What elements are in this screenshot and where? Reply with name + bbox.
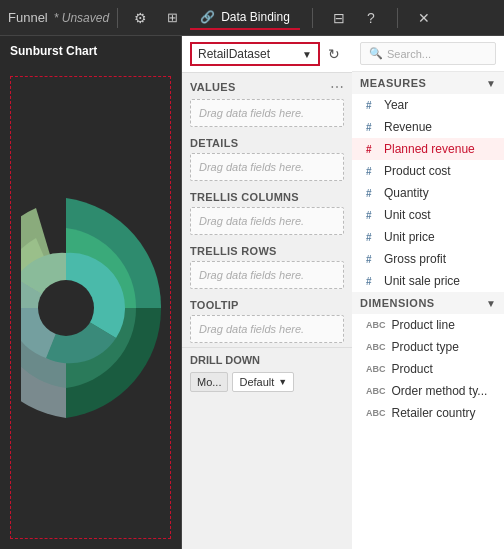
hash-icon: # bbox=[366, 276, 378, 287]
tab-data-binding[interactable]: 🔗 Data Binding bbox=[190, 6, 300, 30]
values-more-icon[interactable]: ⋯ bbox=[330, 79, 344, 95]
measure-item-quantity[interactable]: # Quantity bbox=[352, 182, 504, 204]
dimension-name-order-method-type: Order method ty... bbox=[392, 384, 488, 398]
measure-item-product-cost[interactable]: # Product cost bbox=[352, 160, 504, 182]
trellis-columns-header: Trellis Columns bbox=[190, 191, 344, 203]
close-icon: ✕ bbox=[418, 10, 430, 26]
trellis-columns-section: Trellis Columns Drag data fields here. bbox=[182, 185, 352, 239]
tab-data-binding-label: Data Binding bbox=[221, 10, 290, 24]
search-icon: 🔍 bbox=[369, 47, 383, 60]
chart-center bbox=[38, 280, 94, 336]
details-section: Details Drag data fields here. bbox=[182, 131, 352, 185]
values-section: Values ⋯ Drag data fields here. bbox=[182, 73, 352, 131]
chart-border bbox=[10, 76, 171, 539]
dimensions-section-label: DIMENSIONS bbox=[360, 297, 435, 309]
measure-name-quantity: Quantity bbox=[384, 186, 429, 200]
measure-item-year[interactable]: # Year bbox=[352, 94, 504, 116]
measure-item-planned-revenue[interactable]: # Planned revenue bbox=[352, 138, 504, 160]
question-icon-btn[interactable]: ? bbox=[357, 4, 385, 32]
measures-section-header[interactable]: MEASURES ▼ bbox=[352, 72, 504, 94]
details-placeholder: Drag data fields here. bbox=[199, 161, 304, 173]
trellis-rows-drop-zone[interactable]: Drag data fields here. bbox=[190, 261, 344, 289]
hash-icon: # bbox=[366, 122, 378, 133]
trellis-rows-label: Trellis Rows bbox=[190, 245, 277, 257]
header-title: Funnel bbox=[8, 10, 48, 25]
dimension-item-product-line[interactable]: ABC Product line bbox=[352, 314, 504, 336]
search-row: 🔍 Search... bbox=[352, 36, 504, 72]
measure-name-unit-cost: Unit cost bbox=[384, 208, 431, 222]
layout-icon: ⊟ bbox=[333, 10, 345, 26]
hash-icon: # bbox=[366, 254, 378, 265]
dimension-name-product: Product bbox=[392, 362, 433, 376]
tooltip-label: Tooltip bbox=[190, 299, 239, 311]
abc-icon: ABC bbox=[366, 408, 386, 418]
measure-item-unit-price[interactable]: # Unit price bbox=[352, 226, 504, 248]
values-header: Values ⋯ bbox=[190, 79, 344, 95]
close-btn[interactable]: ✕ bbox=[410, 4, 438, 32]
dimensions-chevron-icon: ▼ bbox=[486, 298, 496, 309]
header-tabs: ⚙ ⊞ 🔗 Data Binding ⊟ ? ✕ bbox=[126, 4, 438, 32]
details-header: Details bbox=[190, 137, 344, 149]
header-left: Funnel * Unsaved bbox=[8, 10, 109, 25]
refresh-icon[interactable]: ↻ bbox=[324, 44, 344, 64]
hash-icon: # bbox=[366, 144, 378, 155]
chart-panel: Sunburst Chart bbox=[0, 36, 182, 549]
header-divider3 bbox=[397, 8, 398, 28]
measure-name-unit-sale-price: Unit sale price bbox=[384, 274, 460, 288]
drill-mode-button[interactable]: Mo... bbox=[190, 372, 228, 392]
abc-icon: ABC bbox=[366, 364, 386, 374]
drill-chevron-icon: ▼ bbox=[278, 377, 287, 387]
trellis-columns-drop-zone[interactable]: Drag data fields here. bbox=[190, 207, 344, 235]
dimensions-section-header[interactable]: DIMENSIONS ▼ bbox=[352, 292, 504, 314]
tooltip-header: Tooltip bbox=[190, 299, 344, 311]
hash-icon: # bbox=[366, 210, 378, 221]
trellis-rows-header: Trellis Rows bbox=[190, 245, 344, 257]
trellis-rows-placeholder: Drag data fields here. bbox=[199, 269, 304, 281]
dimension-item-product-type[interactable]: ABC Product type bbox=[352, 336, 504, 358]
dataset-select[interactable]: RetailDataset ▼ bbox=[190, 42, 320, 66]
layout-icon-btn[interactable]: ⊟ bbox=[325, 4, 353, 32]
dimension-name-product-type: Product type bbox=[392, 340, 459, 354]
drill-default-label: Default bbox=[239, 376, 274, 388]
gear-icon-btn[interactable]: ⚙ bbox=[126, 4, 154, 32]
measure-item-revenue[interactable]: # Revenue bbox=[352, 116, 504, 138]
dimension-item-retailer-country[interactable]: ABC Retailer country bbox=[352, 402, 504, 424]
hash-icon: # bbox=[366, 100, 378, 111]
dimension-name-product-line: Product line bbox=[392, 318, 455, 332]
measure-item-gross-profit[interactable]: # Gross profit bbox=[352, 248, 504, 270]
chevron-down-icon: ▼ bbox=[302, 49, 312, 60]
dimension-name-retailer-country: Retailer country bbox=[392, 406, 476, 420]
details-drop-zone[interactable]: Drag data fields here. bbox=[190, 153, 344, 181]
tooltip-drop-zone[interactable]: Drag data fields here. bbox=[190, 315, 344, 343]
measure-name-unit-price: Unit price bbox=[384, 230, 435, 244]
tooltip-placeholder: Drag data fields here. bbox=[199, 323, 304, 335]
chart-title: Sunburst Chart bbox=[0, 36, 181, 66]
measures-panel: 🔍 Search... MEASURES ▼ # Year # Revenue bbox=[352, 36, 504, 549]
values-label: Values bbox=[190, 81, 236, 93]
measure-item-unit-sale-price[interactable]: # Unit sale price bbox=[352, 270, 504, 292]
main-content: Sunburst Chart bbox=[0, 36, 504, 549]
trellis-rows-section: Trellis Rows Drag data fields here. bbox=[182, 239, 352, 293]
measure-name-year: Year bbox=[384, 98, 408, 112]
abc-icon: ABC bbox=[366, 320, 386, 330]
sunburst-chart-svg bbox=[21, 178, 161, 438]
drill-default-select[interactable]: Default ▼ bbox=[232, 372, 294, 392]
table-icon: ⊞ bbox=[167, 10, 178, 25]
dimension-item-order-method-type[interactable]: ABC Order method ty... bbox=[352, 380, 504, 402]
search-field[interactable]: 🔍 Search... bbox=[360, 42, 496, 65]
measure-item-unit-cost[interactable]: # Unit cost bbox=[352, 204, 504, 226]
abc-icon: ABC bbox=[366, 342, 386, 352]
measure-name-revenue: Revenue bbox=[384, 120, 432, 134]
trellis-columns-label: Trellis Columns bbox=[190, 191, 299, 203]
table-icon-btn[interactable]: ⊞ bbox=[158, 4, 186, 32]
values-drop-zone[interactable]: Drag data fields here. bbox=[190, 99, 344, 127]
header-divider2 bbox=[312, 8, 313, 28]
dimension-item-product[interactable]: ABC Product bbox=[352, 358, 504, 380]
trellis-columns-placeholder: Drag data fields here. bbox=[199, 215, 304, 227]
header-divider bbox=[117, 8, 118, 28]
measure-name-gross-profit: Gross profit bbox=[384, 252, 446, 266]
drill-down-label: Drill Down bbox=[190, 354, 344, 366]
hash-icon: # bbox=[366, 166, 378, 177]
header-unsaved: * Unsaved bbox=[54, 11, 109, 25]
measure-name-product-cost: Product cost bbox=[384, 164, 451, 178]
